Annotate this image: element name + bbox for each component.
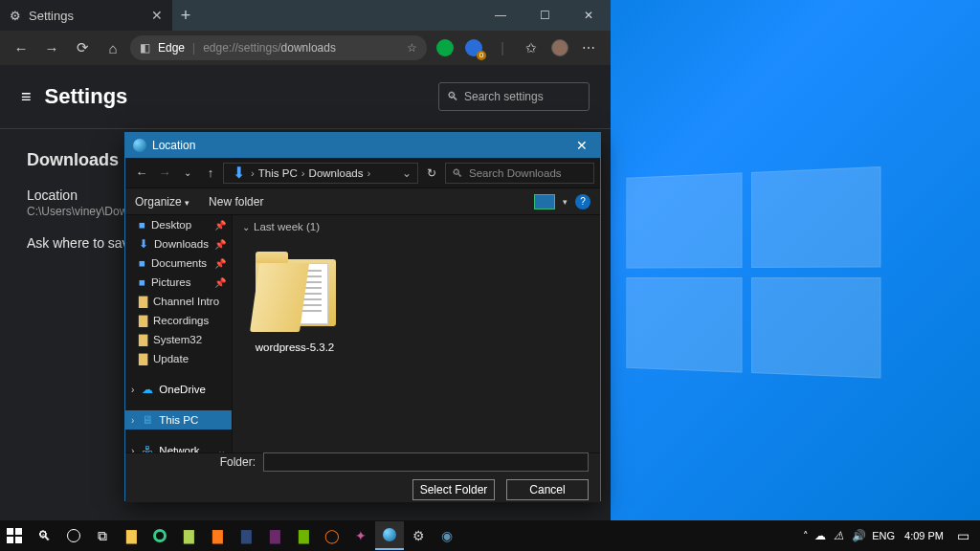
sidebar-item-documents[interactable]: ■Documents📌 [125, 253, 232, 273]
action-center-button[interactable]: ▭ [949, 528, 976, 543]
favorite-star-icon[interactable]: ☆ [407, 41, 417, 55]
settings-header: ≡ Settings 🔍︎ Search settings [0, 65, 611, 129]
dialog-search-input[interactable]: 🔍︎ Search Downloads [445, 163, 594, 184]
close-dialog-button[interactable]: ✕ [571, 138, 592, 153]
crumb-this-pc[interactable]: This PC [258, 167, 298, 179]
nav-refresh-button[interactable]: ↻ [420, 166, 443, 180]
address-active: downloads [281, 41, 336, 55]
crumb-downloads[interactable]: Downloads [309, 167, 364, 179]
sidebar-item-desktop[interactable]: ■Desktop📌 [125, 215, 232, 234]
system-tray: ☁ ⚠ 🔊 [814, 529, 866, 542]
address-bar[interactable]: ◧ Edge | edge://settings/downloads ☆ [130, 35, 427, 60]
search-button[interactable]: 🔍︎ [29, 520, 59, 551]
taskbar-app-settings[interactable]: ⚙ [404, 520, 433, 551]
onedrive-tray-icon[interactable]: ☁ [814, 529, 826, 542]
sidebar-item-system32[interactable]: ▇System32 [125, 330, 232, 349]
site-identity-icon: ◧ [140, 41, 150, 55]
svg-rect-2 [7, 537, 13, 543]
search-icon: 🔍︎ [452, 167, 463, 179]
new-tab-button[interactable]: + [172, 6, 199, 26]
sidebar-item-downloads[interactable]: ⬇Downloads📌 [125, 234, 232, 253]
taskbar-app-orange[interactable]: ▇ [203, 520, 232, 551]
dialog-nav-bar: ← → ⌄ ↑ ⬇ › This PC › Downloads › ⌄ ↻ 🔍︎… [125, 158, 600, 188]
taskbar-right: ˄ ☁ ⚠ 🔊 ENG 4:09 PM ▭ [803, 528, 980, 543]
taskbar-app-paint[interactable]: ◉ [433, 520, 461, 551]
edge-icon [133, 139, 146, 152]
svg-rect-1 [15, 528, 22, 535]
tray-chevron-icon[interactable]: ˄ [803, 530, 809, 542]
nav-back-button[interactable]: ← [131, 165, 152, 180]
tab-title: Settings [29, 9, 74, 23]
back-button[interactable]: ← [8, 40, 34, 56]
address-prefix: Edge [158, 41, 185, 55]
sidebar-item-recordings[interactable]: ▇Recordings [125, 311, 232, 330]
wifi-tray-icon[interactable]: ⚠ [834, 529, 844, 542]
maximize-button[interactable]: ☐ [523, 0, 567, 31]
gear-icon: ⚙ [10, 9, 21, 23]
browser-toolbar: ← → ⟳ ⌂ ◧ Edge | edge://settings/downloa… [0, 31, 611, 65]
taskbar-app-premiere[interactable]: ▇ [260, 520, 289, 551]
taskbar-app-snagit[interactable]: ◯ [318, 520, 346, 551]
cancel-button[interactable]: Cancel [506, 479, 589, 500]
taskbar-app-photoshop[interactable]: ▇ [232, 520, 260, 551]
search-icon: 🔍︎ [447, 90, 458, 103]
taskbar-app-generic[interactable]: ✦ [346, 520, 375, 551]
downloads-arrow-icon: ⬇ [230, 163, 247, 184]
page-title: Settings [45, 84, 128, 109]
crumb-chevron-icon[interactable]: ⌄ [402, 166, 412, 180]
sidebar-item-onedrive[interactable]: ›☁OneDrive [125, 380, 232, 399]
taskbar-app-explorer[interactable]: ▇ [117, 520, 145, 551]
select-folder-button[interactable]: Select Folder [412, 479, 495, 500]
folder-name-input[interactable] [263, 452, 589, 472]
breadcrumb[interactable]: ⬇ › This PC › Downloads › ⌄ [223, 163, 418, 184]
more-icon[interactable]: ⋯ [580, 39, 597, 56]
dialog-titlebar[interactable]: Location ✕ [125, 133, 600, 158]
taskbar-app-edge[interactable] [375, 521, 404, 550]
folder-item[interactable]: wordpress-5.3.2 [242, 238, 347, 353]
grammarly-icon[interactable] [436, 39, 454, 56]
sidebar-item-channel[interactable]: ▇Channel Intro [125, 292, 232, 311]
refresh-button[interactable]: ⟳ [69, 39, 96, 56]
home-button[interactable]: ⌂ [100, 40, 126, 56]
close-window-button[interactable]: ✕ [567, 0, 611, 31]
help-button[interactable]: ? [575, 194, 590, 209]
language-indicator[interactable]: ENG [872, 530, 895, 541]
sidebar-item-thispc[interactable]: ›🖥This PC [125, 410, 232, 430]
dialog-file-area[interactable]: ⌄Last week (1) wordpress-5.3.2 [233, 215, 600, 452]
sidebar-item-update[interactable]: ▇Update [125, 349, 232, 368]
new-folder-button[interactable]: New folder [209, 195, 263, 209]
volume-tray-icon[interactable]: 🔊 [852, 529, 866, 542]
close-tab-icon[interactable]: ✕ [151, 8, 163, 23]
menu-icon[interactable]: ≡ [21, 87, 32, 107]
tab-bar: ⚙ Settings ✕ + — ☐ ✕ [0, 0, 611, 31]
task-view-button[interactable]: ⧉ [88, 520, 117, 551]
start-button[interactable] [0, 520, 29, 551]
dialog-footer: Folder: Select Folder Cancel [125, 452, 600, 502]
dialog-search-placeholder: Search Downloads [469, 167, 562, 179]
svg-rect-0 [7, 528, 13, 535]
favorites-icon[interactable]: ✩ [523, 39, 540, 56]
taskbar-app-green[interactable]: ▇ [174, 520, 203, 551]
folder-name: wordpress-5.3.2 [256, 342, 334, 353]
taskbar-app-chrome[interactable] [145, 520, 174, 551]
organize-menu[interactable]: Organize ▾ [135, 195, 189, 209]
file-group-label[interactable]: ⌄Last week (1) [242, 221, 590, 232]
forward-button[interactable]: → [38, 40, 65, 56]
extension-icon[interactable] [465, 39, 482, 56]
search-settings-input[interactable]: 🔍︎ Search settings [438, 82, 590, 111]
view-mode-button[interactable] [534, 194, 555, 209]
view-chevron-icon[interactable]: ▾ [563, 197, 568, 207]
sidebar-item-network[interactable]: ›🖧Network⌄ [125, 441, 232, 452]
nav-recent-icon[interactable]: ⌄ [177, 167, 198, 178]
nav-up-button[interactable]: ↑ [200, 165, 221, 180]
minimize-button[interactable]: — [479, 0, 523, 31]
folder-field-label: Folder: [220, 455, 256, 469]
sidebar-item-pictures[interactable]: ■Pictures📌 [125, 273, 232, 292]
nav-forward-button: → [154, 165, 175, 180]
tab-settings[interactable]: ⚙ Settings ✕ [0, 0, 172, 31]
svg-rect-3 [15, 537, 22, 543]
cortana-button[interactable] [59, 520, 88, 551]
clock[interactable]: 4:09 PM [904, 530, 944, 541]
taskbar-app-camtasia[interactable]: ▇ [289, 520, 318, 551]
profile-avatar[interactable] [551, 39, 568, 56]
